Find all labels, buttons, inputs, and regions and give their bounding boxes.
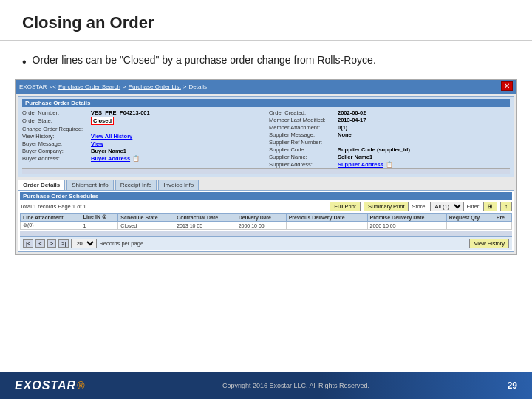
view-history-label: View History: bbox=[22, 133, 89, 140]
col-previous-delivery-date: Previous Delivery Date bbox=[286, 214, 367, 222]
tab-invoice-info[interactable]: Invoice Info bbox=[158, 180, 199, 190]
pod-panel-title: Purchase Order Details bbox=[25, 100, 90, 106]
cell-schedule-state: Closed bbox=[118, 222, 174, 230]
footer-page-number: 29 bbox=[508, 381, 517, 391]
cell-pre bbox=[494, 222, 511, 230]
table-row: ⊕(0) 1 Closed 2013 10 05 2000 10 05 2000… bbox=[21, 222, 512, 230]
last-page-button[interactable]: >| bbox=[58, 239, 69, 248]
pod-row-supplier-name: Supplier Name: Seller Name1 bbox=[269, 154, 510, 160]
member-attachment-label: Member Attachment: bbox=[269, 124, 335, 131]
pod-row-change-order: Change Order Required: bbox=[22, 126, 263, 132]
pod-row-buyer-address: Buyer Address: Buyer Address 📋 bbox=[22, 155, 263, 162]
cell-previous-delivery-date bbox=[286, 222, 367, 230]
col-line-attachment: Line Attachment bbox=[21, 214, 81, 222]
bullet-item: Order lines can be "Closed" by a purchas… bbox=[22, 54, 510, 70]
first-page-button[interactable]: |< bbox=[23, 239, 33, 248]
pod-panel-header: Purchase Order Details bbox=[22, 99, 510, 107]
member-modified-label: Member Last Modified: bbox=[269, 117, 335, 123]
pod-left-col: Order Number: VES_PRE_P04213-001 Order S… bbox=[22, 109, 263, 168]
bullet-section: Order lines can be "Closed" by a purchas… bbox=[0, 41, 532, 79]
buyer-company-label: Buyer Company: bbox=[22, 148, 89, 154]
tab-order-details[interactable]: Order Details bbox=[18, 180, 65, 190]
breadcrumb-exostar: EXOSTAR bbox=[19, 83, 47, 90]
full-print-button[interactable]: Full Print bbox=[330, 202, 361, 211]
view-history-button[interactable]: View History bbox=[469, 239, 509, 248]
footer-copyright: Copyright 2016 Exostar LLC. All Rights R… bbox=[222, 382, 369, 389]
view-history-value[interactable]: View All History bbox=[91, 133, 132, 140]
order-created-value: 2002-06-02 bbox=[338, 109, 366, 116]
filter-icon-1[interactable]: ⊞ bbox=[483, 202, 497, 211]
table-horizontal-scrollbar[interactable] bbox=[20, 231, 512, 236]
store-label: Store: bbox=[412, 203, 426, 210]
next-page-button[interactable]: > bbox=[47, 239, 56, 248]
pagination-row: |< < > >| 20 Records per page View Histo… bbox=[20, 236, 512, 250]
order-details-panel: Purchase Order Schedules Total 1 records… bbox=[18, 190, 514, 252]
footer-logo: EXOSTAR ® bbox=[15, 379, 84, 392]
buyer-company-value: Buyer Name1 bbox=[91, 148, 126, 154]
bullet-list: Order lines can be "Closed" by a purchas… bbox=[22, 54, 510, 70]
tab-shipment-info[interactable]: Shipment Info bbox=[66, 180, 113, 190]
pod-row-order-state: Order State: Closed bbox=[22, 117, 263, 125]
pod-row-view-history: View History: View All History bbox=[22, 133, 263, 140]
order-created-label: Order Created: bbox=[269, 109, 335, 116]
pod-row-order-number: Order Number: VES_PRE_P04213-001 bbox=[22, 109, 263, 116]
tab-receipt-info[interactable]: Receipt Info bbox=[115, 180, 157, 190]
summary-print-button[interactable]: Summary Print bbox=[364, 202, 409, 211]
pod-row-buyer-company: Buyer Company: Buyer Name1 bbox=[22, 148, 263, 154]
pod-right-col: Order Created: 2002-06-02 Member Last Mo… bbox=[269, 109, 510, 168]
supplier-message-value: None bbox=[338, 132, 352, 138]
pod-grid: Order Number: VES_PRE_P04213-001 Order S… bbox=[22, 109, 510, 168]
buyer-address-icon: 📋 bbox=[132, 155, 140, 162]
pod-row-supplier-ref: Supplier Ref Number: bbox=[269, 139, 510, 146]
cell-line-attachment: ⊕(0) bbox=[21, 222, 81, 230]
records-per-page-select[interactable]: 20 bbox=[71, 239, 97, 248]
supplier-name-label: Supplier Name: bbox=[269, 154, 335, 160]
pod-panel: Purchase Order Details Order Number: VES… bbox=[18, 96, 514, 177]
buyer-message-label: Buyer Message: bbox=[22, 140, 89, 147]
cell-request-qty bbox=[446, 222, 494, 230]
cell-contractual-date: 2013 10 05 bbox=[174, 222, 236, 230]
supplier-code-value: Supplier Code (supplier_id) bbox=[338, 146, 410, 153]
member-attachment-value: 0(1) bbox=[338, 124, 347, 131]
table-header-row: Line Attachment Line IN ① Schedule State… bbox=[21, 214, 512, 222]
page-title: Closing an Order bbox=[22, 13, 510, 33]
buyer-message-value[interactable]: View bbox=[91, 140, 103, 147]
supplier-address-value[interactable]: Supplier Address bbox=[338, 161, 383, 168]
order-state-value: Closed bbox=[91, 117, 114, 125]
buyer-address-value[interactable]: Buyer Address bbox=[91, 155, 130, 162]
change-order-label: Change Order Required: bbox=[22, 126, 89, 132]
order-number-label: Order Number: bbox=[22, 109, 89, 116]
screenshot-area: EXOSTAR << Purchase Order Search > Purch… bbox=[15, 79, 517, 255]
registered-trademark-icon: ® bbox=[77, 380, 84, 392]
pod-row-supplier-address: Supplier Address: Supplier Address 📋 bbox=[269, 161, 510, 168]
od-toolbar: Total 1 records Page 1 of 1 Full Print S… bbox=[20, 202, 512, 211]
pod-row-member-attachment: Member Attachment: 0(1) bbox=[269, 124, 510, 131]
od-panel-title: Purchase Order Schedules bbox=[23, 193, 98, 200]
pod-row-supplier-code: Supplier Code: Supplier Code (supplier_i… bbox=[269, 146, 510, 153]
close-button[interactable]: ✕ bbox=[501, 81, 513, 91]
cell-line-in: 1 bbox=[81, 222, 118, 230]
od-toolbar-text: Total 1 records Page 1 of 1 bbox=[20, 203, 86, 210]
breadcrumb-po-search[interactable]: Purchase Order Search bbox=[58, 83, 120, 90]
exostar-logo-text: EXOSTAR bbox=[15, 379, 76, 392]
col-request-qty: Request Qty bbox=[446, 214, 494, 222]
pod-row-supplier-message: Supplier Message: None bbox=[269, 132, 510, 138]
filter-label: Filter: bbox=[467, 203, 481, 210]
cell-promise-delivery-date: 2000 10 05 bbox=[367, 222, 446, 230]
filter-icon-2[interactable]: ↕ bbox=[500, 202, 512, 211]
pod-row-buyer-message: Buyer Message: View bbox=[22, 140, 263, 147]
col-schedule-state: Schedule State bbox=[118, 214, 174, 222]
order-details-table: Line Attachment Line IN ① Schedule State… bbox=[20, 213, 512, 230]
breadcrumb-po-list[interactable]: Purchase Order List bbox=[129, 83, 181, 90]
supplier-code-label: Supplier Code: bbox=[269, 146, 335, 153]
supplier-name-value: Seller Name1 bbox=[338, 154, 372, 160]
cell-delivery-date: 2000 10 05 bbox=[236, 222, 286, 230]
col-delivery-date: Delivery Date bbox=[236, 214, 286, 222]
prev-page-button[interactable]: < bbox=[35, 239, 44, 248]
horizontal-scrollbar[interactable] bbox=[22, 168, 510, 174]
col-promise-delivery-date: Promise Delivery Date bbox=[367, 214, 446, 222]
store-select[interactable]: All (1) bbox=[430, 202, 464, 211]
page-header: Closing an Order bbox=[0, 0, 532, 41]
order-state-label: Order State: bbox=[22, 117, 89, 124]
supplier-ref-label: Supplier Ref Number: bbox=[269, 139, 335, 146]
